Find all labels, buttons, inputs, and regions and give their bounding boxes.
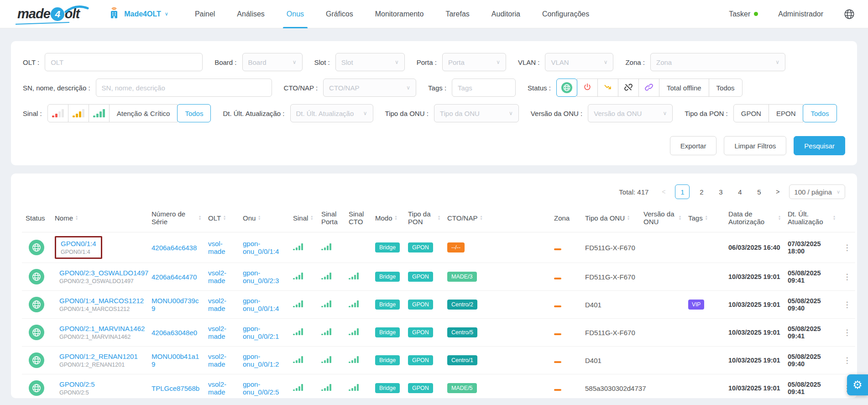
row-actions-menu[interactable]: ⋮: [842, 300, 852, 310]
versao-onu-select[interactable]: Versão da ONU∨: [588, 104, 673, 122]
olt-link[interactable]: vsol2-made: [208, 325, 226, 340]
column-header[interactable]: Status ▴▾: [22, 205, 51, 232]
sinal-cto-icon[interactable]: [349, 300, 359, 307]
exportar-button[interactable]: Exportar: [670, 136, 717, 155]
column-header[interactable]: Tipo da ONU ▴▾: [581, 205, 640, 232]
olt-link[interactable]: vsol2-made: [208, 297, 226, 312]
column-header[interactable]: OLT ▴▾: [204, 205, 239, 232]
row-actions-menu[interactable]: ⋮: [842, 328, 852, 337]
serial-number-link[interactable]: 4206a64c4470: [152, 273, 197, 281]
nav-item[interactable]: Gráficos: [326, 0, 353, 28]
olt-link[interactable]: vsol-made: [208, 240, 225, 255]
onu-link[interactable]: gpon-onu_0/0/1:4: [243, 240, 279, 255]
sort-icon[interactable]: ▴▾: [706, 215, 707, 221]
column-header[interactable]: Nome ▴▾: [51, 205, 148, 232]
pesquisar-button[interactable]: Pesquisar: [794, 136, 845, 155]
status-offline-button[interactable]: [577, 79, 598, 97]
sinal-icon[interactable]: [293, 384, 303, 391]
olt-link[interactable]: vsol2-made: [208, 269, 226, 284]
nav-item[interactable]: Onus: [287, 0, 304, 28]
nav-item[interactable]: Tarefas: [445, 0, 469, 28]
zona-select[interactable]: Zona∨: [650, 53, 785, 71]
column-header[interactable]: Modo ▴▾: [371, 205, 404, 232]
tipo-pon-todos-button[interactable]: Todos: [803, 104, 837, 122]
table-row[interactable]: GPON0/2:1_MARVINA1462 GPON0/2:1_MARVINA1…: [22, 319, 855, 347]
sinal-cto-icon[interactable]: [349, 384, 359, 391]
onu-link[interactable]: gpon-onu_0/0/2:3: [243, 269, 279, 284]
sinal-icon[interactable]: [293, 328, 303, 335]
nav-item[interactable]: Painel: [195, 0, 215, 28]
table-row[interactable]: GPON0/2:3_OSWALDO1497 GPON0/2:3_OSWALDO1…: [22, 263, 855, 291]
onu-link[interactable]: gpon-onu_0/0/2:5: [243, 380, 279, 396]
board-select[interactable]: Board∨: [242, 53, 303, 71]
sinal-atencao-critico-button[interactable]: Atenção & Crítico: [109, 104, 178, 122]
sinal-porta-icon[interactable]: [321, 328, 331, 335]
sinal-porta-icon[interactable]: [321, 243, 331, 250]
row-actions-menu[interactable]: ⋮: [842, 272, 852, 282]
user-menu[interactable]: Administrador: [778, 10, 823, 18]
table-row[interactable]: GPON0/1:4_MARCOS1212 GPON0/1:4_MARCOS121…: [22, 291, 855, 319]
olt-input[interactable]: [45, 53, 203, 71]
dt-ult-select[interactable]: Dt. Últ. Atualização∨: [290, 104, 373, 122]
sinal-cto-icon[interactable]: [349, 356, 359, 363]
sinal-porta-icon[interactable]: [321, 384, 331, 391]
serial-number-link[interactable]: 4206a64c6438: [152, 244, 197, 252]
column-header[interactable]: Sinal Porta ▴▾: [318, 205, 345, 232]
nav-item[interactable]: Configurações: [542, 0, 589, 28]
sinal-porta-icon[interactable]: [321, 300, 331, 307]
sort-icon[interactable]: ▴▾: [76, 215, 78, 221]
nav-item[interactable]: Auditoria: [492, 0, 520, 28]
next-page-button[interactable]: >: [771, 188, 784, 195]
sinal-icon[interactable]: [293, 356, 303, 363]
sort-icon[interactable]: ▴▾: [627, 215, 629, 221]
sinal-icon[interactable]: [293, 300, 303, 307]
sinal-warning-button[interactable]: [68, 104, 89, 122]
nav-item[interactable]: Monitoramento: [375, 0, 424, 28]
sinal-critical-button[interactable]: [47, 104, 68, 122]
sinal-cto-icon[interactable]: [349, 328, 359, 335]
tipo-onu-select[interactable]: Tipo da ONU∨: [434, 104, 519, 122]
onu-name-link[interactable]: GPON0/2:5: [59, 380, 95, 388]
serial-number-link[interactable]: MONU00b41a19: [152, 352, 199, 368]
column-header[interactable]: Zona ▴▾: [550, 205, 581, 232]
column-header[interactable]: Número de Série ▴▾: [148, 205, 204, 232]
vlan-select[interactable]: VLAN∨: [545, 53, 613, 71]
status-link-off-button[interactable]: [618, 79, 639, 97]
column-header[interactable]: Tags ▴▾: [685, 205, 725, 232]
sort-icon[interactable]: ▴▾: [224, 215, 225, 221]
status-total-offline-button[interactable]: Total offline: [659, 79, 709, 97]
status-link-button[interactable]: [638, 79, 659, 97]
tags-input-field[interactable]: [458, 84, 510, 92]
sort-icon[interactable]: ▴▾: [258, 215, 260, 221]
sort-icon[interactable]: ▴▾: [199, 215, 201, 221]
onu-name-link[interactable]: GPON0/1:4_MARCOS1212: [59, 297, 144, 305]
serial-number-link[interactable]: 4206a63048e0: [152, 329, 197, 337]
sinal-good-button[interactable]: [89, 104, 110, 122]
row-actions-menu[interactable]: ⋮: [842, 243, 852, 252]
sinal-icon[interactable]: [293, 243, 303, 250]
serial-number-link[interactable]: MONU00d739c9: [152, 297, 199, 312]
sn-input-field[interactable]: [102, 84, 266, 92]
sort-icon[interactable]: ▴▾: [480, 215, 482, 221]
sort-icon[interactable]: ▴▾: [395, 215, 397, 221]
onu-name-link[interactable]: GPON0/2:1_MARVINA1462: [59, 325, 145, 332]
page-number-button[interactable]: 4: [732, 184, 747, 199]
olt-input-field[interactable]: [51, 58, 197, 66]
sinal-porta-icon[interactable]: [321, 273, 331, 279]
status-online-button[interactable]: [556, 79, 577, 97]
column-header[interactable]: Dt. Últ. Atualização ▴▾: [784, 205, 839, 232]
page-number-button[interactable]: 1: [675, 184, 690, 199]
sinal-porta-icon[interactable]: [321, 356, 331, 363]
onu-link[interactable]: gpon-onu_0/0/1:2: [243, 352, 279, 368]
table-row[interactable]: GPON0/1:4 GPON0/1:4 4206a64c6438 vsol-ma…: [22, 232, 855, 263]
table-row[interactable]: GPON0/2:5 GPON0/2:5 TPLGce87568b vsol2-m…: [22, 374, 855, 399]
column-header[interactable]: Onu ▴▾: [239, 205, 289, 232]
onu-link[interactable]: gpon-onu_0/0/2:1: [243, 325, 279, 340]
column-header[interactable]: Sinal ▴▾: [289, 205, 318, 232]
tasker-status[interactable]: Tasker: [729, 10, 758, 18]
onu-name-link[interactable]: GPON0/1:2_RENAN1201: [59, 352, 138, 360]
page-number-button[interactable]: 5: [752, 184, 766, 199]
limpar-filtros-button[interactable]: Limpar Filtros: [724, 136, 786, 155]
settings-fab-button[interactable]: ⚙: [847, 374, 868, 395]
onu-name-link[interactable]: GPON0/2:3_OSWALDO1497: [59, 269, 148, 277]
